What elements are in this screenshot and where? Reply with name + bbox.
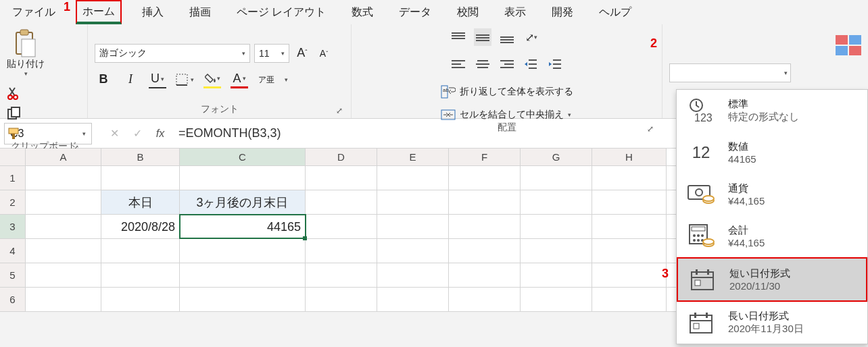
- format-item-accounting[interactable]: 会計¥44,165: [677, 215, 867, 257]
- cell[interactable]: [306, 190, 377, 214]
- tab-draw[interactable]: 描画: [184, 2, 216, 22]
- format-item-longdate[interactable]: 長い日付形式2020年11月30日: [677, 302, 867, 344]
- align-bottom-icon[interactable]: [498, 28, 516, 46]
- cell[interactable]: [521, 288, 592, 311]
- underline-button[interactable]: U▾: [149, 71, 166, 88]
- cell[interactable]: [521, 166, 592, 190]
- font-color-button[interactable]: A▾: [231, 71, 248, 88]
- cell[interactable]: [592, 215, 667, 238]
- cell[interactable]: [306, 288, 377, 311]
- cell[interactable]: [26, 215, 101, 238]
- row-header[interactable]: 4: [0, 239, 26, 263]
- row-header[interactable]: 5: [0, 263, 26, 287]
- cell[interactable]: [449, 288, 521, 311]
- cell[interactable]: [26, 190, 101, 214]
- tab-file[interactable]: ファイル: [7, 2, 61, 22]
- accept-formula-icon[interactable]: ✓: [126, 123, 149, 144]
- chevron-down-icon[interactable]: ▾: [285, 76, 288, 83]
- cell[interactable]: [521, 215, 592, 238]
- decrease-indent-icon[interactable]: [523, 55, 540, 73]
- align-center-icon[interactable]: [474, 55, 491, 73]
- bold-button[interactable]: B: [95, 71, 112, 88]
- cell[interactable]: [449, 190, 521, 214]
- format-item-number[interactable]: 12 数値44165: [677, 132, 867, 174]
- align-top-icon[interactable]: [450, 28, 467, 46]
- tab-developer[interactable]: 開発: [546, 2, 579, 22]
- tab-pagelayout[interactable]: ページ レイアウト: [231, 2, 331, 22]
- cell[interactable]: 2020/8/28: [101, 215, 180, 238]
- format-item-currency[interactable]: 通貨¥44,165: [677, 174, 867, 215]
- cell[interactable]: [377, 239, 449, 263]
- fill-color-button[interactable]: ▾: [203, 71, 221, 88]
- cell[interactable]: [26, 166, 101, 190]
- cell[interactable]: [26, 239, 101, 263]
- cell[interactable]: [180, 166, 306, 190]
- font-name-select[interactable]: 游ゴシック ▾: [95, 44, 250, 63]
- cell[interactable]: [449, 263, 521, 287]
- tab-view[interactable]: 表示: [499, 2, 531, 22]
- cell[interactable]: [101, 263, 180, 287]
- col-header[interactable]: F: [449, 149, 521, 165]
- align-right-icon[interactable]: [498, 55, 516, 73]
- cell[interactable]: 本日: [101, 190, 180, 214]
- cell[interactable]: [26, 263, 101, 287]
- copy-icon[interactable]: [7, 107, 22, 120]
- cut-icon[interactable]: [7, 86, 20, 100]
- cell[interactable]: [306, 166, 377, 190]
- row-header[interactable]: 3: [0, 215, 26, 238]
- format-item-shortdate[interactable]: 短い日付形式2020/11/30: [677, 257, 867, 302]
- row-header[interactable]: 1: [0, 166, 26, 190]
- italic-button[interactable]: I: [122, 71, 139, 88]
- cell[interactable]: [26, 288, 101, 311]
- cell[interactable]: [180, 239, 306, 263]
- tab-data[interactable]: データ: [393, 2, 437, 22]
- col-header[interactable]: A: [26, 149, 101, 165]
- cell[interactable]: [377, 190, 449, 214]
- cell[interactable]: [521, 239, 592, 263]
- dialog-launcher-icon[interactable]: ⤢: [336, 106, 343, 115]
- cell[interactable]: [180, 263, 306, 287]
- tab-insert[interactable]: 挿入: [137, 2, 169, 22]
- cell[interactable]: [521, 190, 592, 214]
- phonetic-button[interactable]: ア亜: [258, 71, 275, 88]
- format-painter-icon[interactable]: [7, 127, 22, 140]
- cell[interactable]: [306, 215, 377, 238]
- cell[interactable]: [377, 263, 449, 287]
- row-header[interactable]: 6: [0, 288, 26, 311]
- fx-icon[interactable]: fx: [149, 123, 172, 144]
- tab-help[interactable]: ヘルプ: [594, 2, 637, 22]
- cancel-formula-icon[interactable]: ✕: [103, 123, 126, 144]
- col-header[interactable]: E: [377, 149, 449, 165]
- cell[interactable]: 3ヶ月後の月末日: [180, 190, 306, 214]
- format-item-general[interactable]: 123 標準特定の形式なし: [677, 90, 867, 132]
- cell[interactable]: [377, 166, 449, 190]
- cell[interactable]: [592, 239, 667, 263]
- dialog-launcher-icon[interactable]: ⤢: [647, 124, 654, 134]
- cell[interactable]: [306, 263, 377, 287]
- decrease-font-icon[interactable]: Aˇ: [315, 45, 333, 62]
- cell[interactable]: [101, 239, 180, 263]
- align-left-icon[interactable]: [450, 55, 467, 73]
- cell[interactable]: [180, 288, 306, 311]
- col-header[interactable]: B: [101, 149, 180, 165]
- number-format-picker[interactable]: ▾: [669, 63, 791, 82]
- cell-selected[interactable]: 44165: [180, 215, 306, 238]
- tab-formulas[interactable]: 数式: [346, 2, 379, 22]
- cell[interactable]: [592, 166, 667, 190]
- border-button[interactable]: ▾: [176, 71, 194, 88]
- cell[interactable]: [449, 239, 521, 263]
- increase-font-icon[interactable]: Aˆ: [293, 45, 311, 62]
- tab-review[interactable]: 校閲: [452, 2, 484, 22]
- cell[interactable]: [592, 263, 667, 287]
- cell[interactable]: [306, 239, 377, 263]
- conditional-formatting-icon[interactable]: [836, 35, 863, 57]
- align-middle-icon[interactable]: [474, 28, 491, 46]
- tab-home[interactable]: ホーム: [76, 0, 122, 24]
- row-header[interactable]: 2: [0, 190, 26, 214]
- cell[interactable]: [101, 288, 180, 311]
- cell[interactable]: [377, 215, 449, 238]
- wrap-text-button[interactable]: ab 折り返して全体を表示する: [441, 85, 573, 99]
- paste-button[interactable]: 貼り付け ▾: [7, 28, 45, 77]
- cell[interactable]: [449, 166, 521, 190]
- font-size-select[interactable]: 11 ▾: [254, 44, 289, 63]
